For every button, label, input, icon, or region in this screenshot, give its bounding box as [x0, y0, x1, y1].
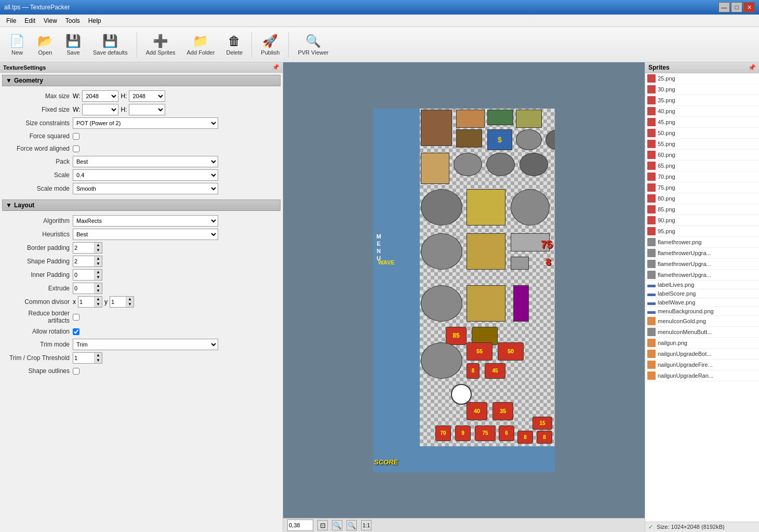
close-button[interactable]: ✕ [743, 2, 755, 12]
save-button[interactable]: 💾 Save [60, 31, 86, 58]
zoom-out-button[interactable]: 🔍 [332, 520, 342, 530]
sprite-list-item[interactable]: flamethrower.png [645, 237, 759, 248]
sprite-list-item[interactable]: flamethrowerUpgra... [645, 270, 759, 281]
sprite-list-item[interactable]: flamethrowerUpgra... [645, 259, 759, 270]
sprite-list-item[interactable]: nailgunUpgradeRan... [645, 370, 759, 381]
sprite-list-item[interactable]: 95.png [645, 226, 759, 237]
sprite-list-item[interactable]: 80.png [645, 193, 759, 204]
extrude-up[interactable]: ▲ [95, 283, 102, 288]
sprite-list-item[interactable]: flamethrowerUpgra... [645, 248, 759, 259]
trim-crop-threshold-input[interactable] [73, 353, 94, 363]
fixed-size-w-select[interactable] [82, 104, 118, 115]
zoom-actual-button[interactable]: 1:1 [361, 520, 371, 530]
sprite-item-14 [467, 189, 505, 225]
sprite-list-item[interactable]: 90.png [645, 215, 759, 226]
sprite-list-item[interactable]: labelLives.png [645, 281, 759, 289]
inner-padding-down[interactable]: ▼ [95, 275, 102, 280]
scale-mode-select[interactable]: Smooth Linear Nearest [73, 183, 218, 194]
shape-outlines-checkbox[interactable] [73, 368, 79, 375]
sprite-list-item[interactable]: menuIconMenuButt... [645, 327, 759, 338]
save-defaults-button[interactable]: 💾 Save defaults [88, 31, 132, 58]
sprite-list-item[interactable]: 40.png [645, 106, 759, 117]
sprite-list-item[interactable]: menuIconGold.png [645, 316, 759, 327]
sprite-list-item[interactable]: 50.png [645, 128, 759, 139]
common-divisor-y-up[interactable]: ▲ [126, 297, 134, 302]
sprite-list[interactable]: 25.png30.png35.png40.png45.png50.png55.p… [645, 73, 759, 522]
shape-padding-input[interactable] [73, 256, 94, 267]
trim-crop-threshold-down[interactable]: ▼ [95, 358, 102, 363]
inner-padding-input[interactable] [73, 270, 94, 280]
open-button[interactable]: 📂 Open [32, 31, 58, 58]
sprite-list-item[interactable]: labelScore.png [645, 289, 759, 298]
force-word-aligned-checkbox[interactable] [73, 145, 79, 152]
extrude-input[interactable] [73, 283, 94, 294]
maximize-button[interactable]: □ [731, 2, 742, 12]
zoom-input[interactable] [287, 520, 313, 531]
add-folder-button[interactable]: 📁 Add Folder [182, 31, 220, 58]
max-size-h-select[interactable]: 204810245124096 [129, 90, 165, 102]
sprite-list-item[interactable]: 30.png [645, 84, 759, 95]
algorithm-select[interactable]: MaxRects Basic Polygon [73, 215, 218, 227]
publish-button[interactable]: 🚀 Publish [256, 31, 284, 58]
layout-section-header[interactable]: ▼ Layout [2, 200, 281, 211]
panel-pin-icon[interactable]: 📌 [272, 64, 279, 71]
sprite-list-item[interactable]: 35.png [645, 95, 759, 106]
sprite-list-item[interactable]: nailgunUpgradeBot... [645, 349, 759, 360]
sprite-list-item[interactable]: 25.png [645, 73, 759, 84]
common-divisor-y-down[interactable]: ▼ [126, 302, 134, 307]
inner-padding-up[interactable]: ▲ [95, 270, 102, 275]
max-size-w-select[interactable]: 204810245124096 [82, 90, 118, 102]
border-padding-down[interactable]: ▼ [95, 248, 102, 253]
scale-select[interactable]: 0.4 0.5 1.0 [73, 169, 218, 181]
shape-padding-down[interactable]: ▼ [95, 261, 102, 267]
sprite-list-item[interactable]: 60.png [645, 150, 759, 161]
common-divisor-x-down[interactable]: ▼ [95, 302, 102, 307]
new-button[interactable]: 📄 New [4, 31, 30, 58]
menu-help[interactable]: Help [84, 16, 105, 25]
allow-rotation-checkbox[interactable] [73, 328, 79, 335]
common-divisor-x-spinbox: ▲ ▼ [78, 296, 102, 308]
sprite-list-item[interactable]: 70.png [645, 171, 759, 182]
sprite-list-item[interactable]: labelWave.png [645, 298, 759, 307]
menu-file[interactable]: File [2, 16, 20, 25]
fixed-size-h-select[interactable] [129, 104, 165, 115]
border-padding-up[interactable]: ▲ [95, 243, 102, 248]
menu-edit[interactable]: Edit [20, 16, 39, 25]
sprite-list-item[interactable]: nailgun.png [645, 338, 759, 349]
trim-mode-select[interactable]: Trim Crop None [73, 339, 218, 350]
publish-icon: 🚀 [262, 34, 278, 48]
sprite-list-item[interactable]: nailgunUpgradeFire... [645, 360, 759, 370]
border-padding-input[interactable] [73, 243, 94, 253]
delete-button[interactable]: 🗑 Delete [221, 31, 247, 58]
sprite-list-item[interactable]: 55.png [645, 139, 759, 150]
sprite-list-item[interactable]: 45.png [645, 117, 759, 128]
pack-select[interactable]: Best Horizontal strip Vertical strip [73, 156, 218, 167]
reduce-border-artifacts-checkbox[interactable] [73, 314, 79, 321]
size-constraints-select[interactable]: POT (Power of 2) Any size Square [73, 117, 218, 129]
heuristics-select[interactable]: Best ShortSideFit LongSideFit [73, 229, 218, 240]
sprite-list-item[interactable]: 75.png [645, 182, 759, 193]
menu-tools[interactable]: Tools [61, 16, 84, 25]
canvas-area[interactable]: $ [283, 62, 645, 518]
extrude-down[interactable]: ▼ [95, 288, 102, 294]
new-icon: 📄 [9, 34, 25, 48]
add-sprites-button[interactable]: ➕ Add Sprites [141, 31, 180, 58]
shape-padding-up[interactable]: ▲ [95, 256, 102, 261]
sprites-panel-pin[interactable]: 📌 [748, 64, 756, 71]
zoom-in-button[interactable]: 🔍 [347, 520, 357, 530]
common-divisor-y-input[interactable] [110, 297, 126, 307]
trim-crop-threshold-up[interactable]: ▲ [95, 353, 102, 358]
minimize-button[interactable]: — [718, 2, 730, 12]
sprite-list-item[interactable]: menuBackground.png [645, 307, 759, 316]
sprite-name: nailgunUpgradeBot... [658, 351, 711, 357]
pvr-viewer-button[interactable]: 🔍 PVR Viewer [293, 31, 333, 58]
zoom-fit-button[interactable]: ⊡ [317, 520, 328, 530]
common-divisor-x-input[interactable] [78, 297, 94, 307]
common-divisor-x-up[interactable]: ▲ [95, 297, 102, 302]
menu-view[interactable]: View [39, 16, 61, 25]
allow-rotation-controls [73, 328, 277, 335]
force-squared-checkbox[interactable] [73, 133, 79, 140]
sprite-list-item[interactable]: 85.png [645, 204, 759, 215]
geometry-section-header[interactable]: ▼ Geometry [2, 75, 281, 86]
sprite-list-item[interactable]: 65.png [645, 161, 759, 171]
